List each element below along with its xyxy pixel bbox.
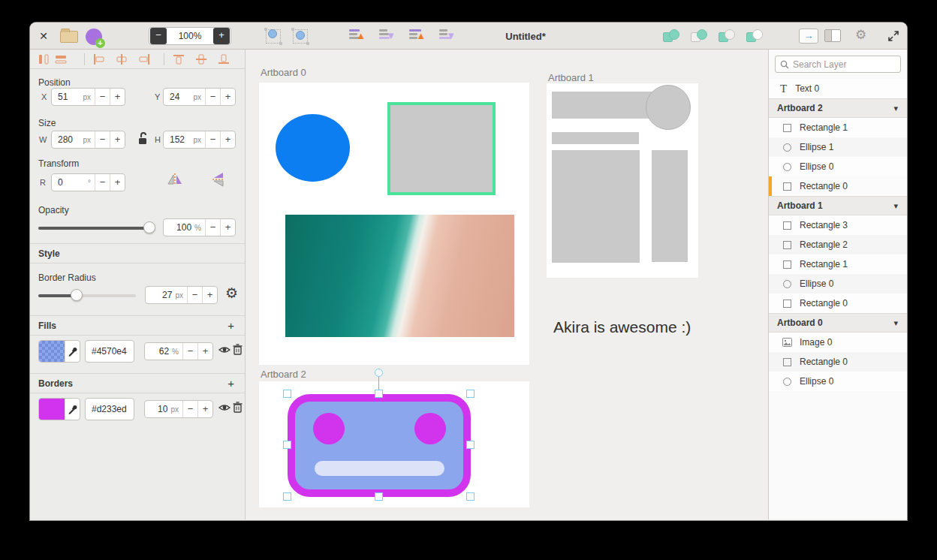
fill-visibility-icon[interactable] <box>218 345 230 354</box>
robot-right-eye-ellipse[interactable] <box>414 413 446 444</box>
layer-row[interactable]: Rectangle 0 <box>769 352 907 372</box>
selection-handle-ne[interactable] <box>466 390 475 398</box>
fill-opacity-minus[interactable]: − <box>182 343 197 360</box>
layer-group-artboard1[interactable]: Artboard 1▾ <box>769 196 907 215</box>
layer-row-selected[interactable]: Rectangle 0 <box>769 176 907 196</box>
subtract-icon[interactable] <box>691 29 707 44</box>
artboard-0-label[interactable]: Artboard 0 <box>261 67 306 78</box>
border-delete-icon[interactable] <box>233 402 243 413</box>
expand-icon[interactable] <box>887 30 899 42</box>
fill-color-swatch[interactable] <box>38 340 80 363</box>
selection-handle-n[interactable] <box>375 390 383 398</box>
border-width-minus[interactable]: − <box>182 401 197 417</box>
difference-icon[interactable] <box>746 29 763 44</box>
layer-row-text0[interactable]: TText 0 <box>769 79 907 98</box>
rectangle-thin-bar[interactable] <box>552 132 639 144</box>
to-front-icon[interactable]: ▲ <box>409 29 426 43</box>
selection-tool-icon[interactable] <box>266 29 281 44</box>
h-plus[interactable]: + <box>220 131 235 148</box>
border-color-swatch[interactable] <box>38 398 80 420</box>
y-minus[interactable]: − <box>205 89 220 105</box>
border-visibility-icon[interactable] <box>218 403 230 412</box>
opacity-minus[interactable]: − <box>205 219 220 236</box>
border-radius-slider[interactable] <box>38 289 136 301</box>
layer-row[interactable]: Rectangle 3 <box>769 215 907 235</box>
border-radius-minus[interactable]: − <box>187 287 202 303</box>
add-border-button[interactable]: + <box>227 377 245 390</box>
zoom-out-button[interactable]: − <box>150 28 167 44</box>
lock-ratio-icon[interactable] <box>137 132 149 146</box>
border-radius-input[interactable]: 27px −+ <box>145 286 218 304</box>
multi-selection-tool-icon[interactable] <box>293 29 308 44</box>
border-hex-input[interactable]: #d233ed <box>85 398 134 420</box>
y-plus[interactable]: + <box>220 89 235 105</box>
chevron-down-icon[interactable]: ▾ <box>893 104 898 113</box>
fill-delete-icon[interactable] <box>233 344 243 355</box>
border-width-input[interactable]: 10px −+ <box>144 400 213 418</box>
selection-handle-w[interactable] <box>283 441 291 449</box>
w-plus[interactable]: + <box>110 131 125 148</box>
fill-swatch-color[interactable] <box>39 341 65 362</box>
opacity-input[interactable]: 100% −+ <box>163 218 236 236</box>
text-0[interactable]: Akira is awesome :) <box>553 318 691 336</box>
artboard-2-label[interactable]: Artboard 2 <box>261 369 306 380</box>
canvas[interactable]: Artboard 0 Artboard 1 Akira is awesome :… <box>246 50 768 519</box>
rectangle-content-block[interactable] <box>552 150 640 263</box>
border-radius-plus[interactable]: + <box>202 287 217 303</box>
rectangle-header-bar[interactable] <box>552 92 657 119</box>
chevron-down-icon[interactable]: ▾ <box>893 318 898 328</box>
robot-mouth-rectangle[interactable] <box>315 461 444 476</box>
robot-body-rectangle[interactable] <box>288 394 471 497</box>
chevron-down-icon[interactable]: ▾ <box>893 201 898 211</box>
rotation-handle[interactable] <box>375 369 383 377</box>
ellipse-avatar[interactable] <box>646 85 691 130</box>
align-bottom-icon[interactable] <box>218 54 230 65</box>
rectangle-0-green-border[interactable] <box>387 102 496 195</box>
search-layer-box[interactable] <box>775 56 901 73</box>
lower-layer-icon[interactable]: ▼ <box>379 29 396 43</box>
selection-handle-sw[interactable] <box>283 492 291 501</box>
image-0-beach[interactable] <box>285 215 514 337</box>
layer-row[interactable]: Rectangle 1 <box>769 118 907 137</box>
x-plus[interactable]: + <box>110 89 125 105</box>
distribute-horizontal-icon[interactable] <box>38 54 50 65</box>
w-minus[interactable]: − <box>95 131 110 148</box>
align-top-icon[interactable] <box>173 54 185 65</box>
selection-handle-s[interactable] <box>375 492 383 501</box>
eyedropper-icon[interactable] <box>65 341 80 362</box>
align-center-vertical-icon[interactable] <box>195 54 207 65</box>
r-plus[interactable]: + <box>110 174 125 191</box>
width-input[interactable]: 280px −+ <box>51 131 125 149</box>
r-minus[interactable]: − <box>95 174 110 191</box>
selection-handle-nw[interactable] <box>283 390 291 398</box>
flip-horizontal-icon[interactable] <box>167 171 183 188</box>
fill-opacity-input[interactable]: 62% −+ <box>144 342 213 360</box>
selection-handle-se[interactable] <box>466 492 475 501</box>
height-input[interactable]: 152px −+ <box>163 131 236 149</box>
gear-icon[interactable]: ⚙ <box>855 27 866 43</box>
export-icon[interactable]: → <box>799 29 818 44</box>
layer-group-artboard2[interactable]: Artboard 2▾ <box>769 98 907 118</box>
close-button[interactable]: ✕ <box>38 23 50 50</box>
rectangle-side-block[interactable] <box>652 150 688 262</box>
layer-row[interactable]: Rectangle 2 <box>769 235 907 254</box>
eyedropper-icon[interactable] <box>65 399 80 420</box>
layer-group-artboard0[interactable]: Artboard 0▾ <box>769 313 907 333</box>
raise-layer-icon[interactable]: ▲ <box>349 29 366 43</box>
distribute-vertical-icon[interactable] <box>55 54 67 65</box>
artboard-1-label[interactable]: Artboard 1 <box>548 72 594 83</box>
opacity-plus[interactable]: + <box>220 219 235 236</box>
rotation-input[interactable]: 0° −+ <box>51 173 125 191</box>
y-input[interactable]: 24px −+ <box>163 88 236 106</box>
opacity-slider[interactable] <box>38 221 151 233</box>
open-file-icon[interactable] <box>60 31 78 43</box>
flip-vertical-icon[interactable] <box>210 171 227 188</box>
align-right-icon[interactable] <box>138 54 150 65</box>
layer-row[interactable]: Image 0 <box>769 333 907 352</box>
search-layer-input[interactable] <box>793 59 896 70</box>
layer-row[interactable]: Ellipse 0 <box>769 274 907 294</box>
add-fill-button[interactable]: + <box>227 319 245 332</box>
union-icon[interactable] <box>663 29 679 44</box>
layer-row[interactable]: Rectangle 1 <box>769 254 907 274</box>
fill-hex-input[interactable]: #4570e4 <box>85 340 134 363</box>
